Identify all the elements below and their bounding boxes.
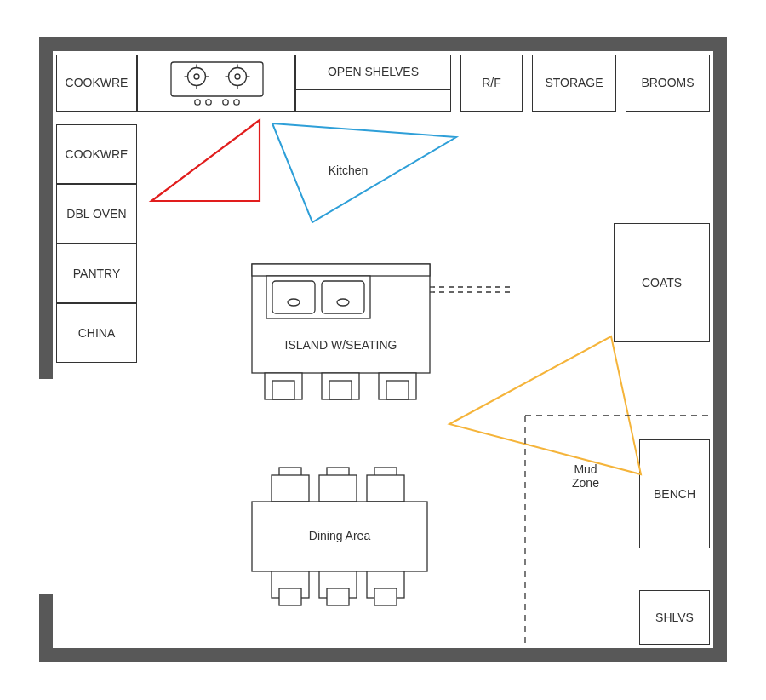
cab-china: CHINA xyxy=(56,303,137,363)
svg-rect-40 xyxy=(279,588,301,605)
label-china: CHINA xyxy=(78,326,116,341)
cab-dbl-oven: DBL OVEN xyxy=(56,184,137,244)
svg-rect-21 xyxy=(322,281,364,313)
triangle-red xyxy=(151,120,260,201)
label-kitchen: Kitchen xyxy=(314,164,382,177)
svg-rect-41 xyxy=(319,571,357,598)
label-rf: R/F xyxy=(482,76,501,90)
cab-pantry: PANTRY xyxy=(56,244,137,303)
svg-rect-44 xyxy=(374,588,397,605)
wall-top xyxy=(39,37,727,51)
svg-point-23 xyxy=(337,299,349,306)
label-pantry: PANTRY xyxy=(73,267,121,281)
label-cookwre-top: COOKWRE xyxy=(66,76,129,90)
label-island: ISLAND W/SEATING xyxy=(252,338,430,352)
svg-rect-42 xyxy=(327,588,349,605)
label-brooms: BROOMS xyxy=(641,76,694,90)
svg-rect-18 xyxy=(252,264,430,276)
svg-rect-31 xyxy=(386,381,409,399)
svg-rect-17 xyxy=(252,264,430,373)
svg-rect-20 xyxy=(272,281,315,313)
wall-bottom xyxy=(39,648,727,662)
cab-cookwre-side: COOKWRE xyxy=(56,124,137,184)
svg-point-22 xyxy=(288,299,300,306)
svg-rect-30 xyxy=(379,373,416,399)
label-cookwre-side: COOKWRE xyxy=(66,147,129,162)
cab-storage: STORAGE xyxy=(532,55,616,112)
triangle-orange xyxy=(449,336,641,474)
svg-rect-32 xyxy=(279,468,301,485)
island xyxy=(252,264,512,399)
label-open-shelves: OPEN SHELVES xyxy=(328,65,419,79)
cab-rf: R/F xyxy=(460,55,523,112)
floor-plan: COOKWRE OPEN SHELVES R/F STORAGE BROOMS … xyxy=(0,0,766,700)
svg-rect-35 xyxy=(319,475,357,502)
label-shlvs: SHLVS xyxy=(655,611,694,625)
cab-brooms: BROOMS xyxy=(626,55,710,112)
label-storage: STORAGE xyxy=(545,76,603,90)
label-dbl-oven: DBL OVEN xyxy=(66,207,126,221)
label-dining: Dining Area xyxy=(252,529,427,542)
svg-rect-26 xyxy=(265,373,302,399)
cab-shlvs: SHLVS xyxy=(639,590,710,645)
svg-rect-43 xyxy=(367,571,404,598)
wall-right xyxy=(713,37,727,662)
wall-left-upper xyxy=(39,37,53,379)
svg-rect-39 xyxy=(272,571,309,598)
svg-rect-37 xyxy=(367,475,404,502)
cab-cookwre-top: COOKWRE xyxy=(56,55,137,112)
label-mud-zone: MudZone xyxy=(552,462,620,490)
svg-rect-29 xyxy=(329,381,352,399)
svg-rect-28 xyxy=(322,373,359,399)
cab-coats: COATS xyxy=(614,223,710,342)
svg-rect-27 xyxy=(272,381,294,399)
svg-rect-33 xyxy=(272,475,309,502)
cab-open-shelves: OPEN SHELVES xyxy=(295,55,451,89)
cab-bench: BENCH xyxy=(639,439,710,548)
counter-under-shelves xyxy=(295,89,451,112)
svg-rect-34 xyxy=(327,468,349,485)
cooktop-counter xyxy=(137,55,295,112)
svg-rect-36 xyxy=(374,468,397,485)
svg-rect-19 xyxy=(266,276,370,318)
label-bench: BENCH xyxy=(654,487,695,502)
label-coats: COATS xyxy=(642,276,682,290)
